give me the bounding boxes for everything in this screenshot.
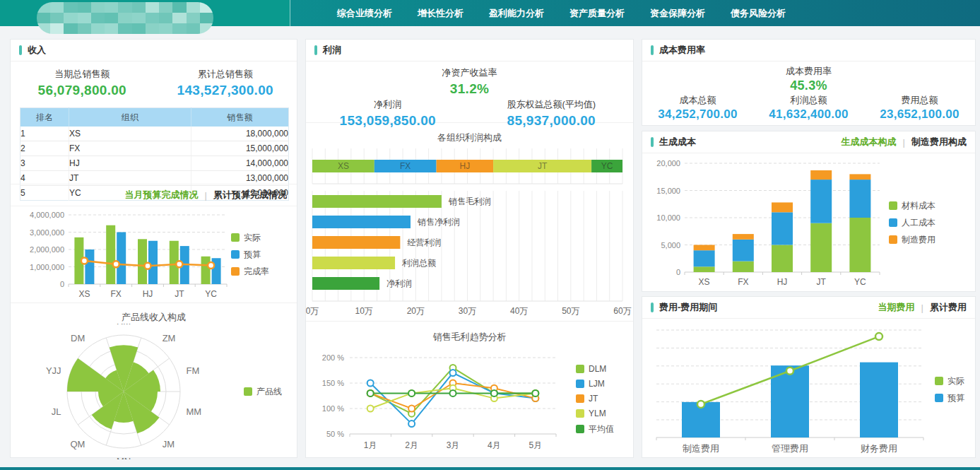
table-cell: 18,000,000 [191,127,289,141]
legend-item[interactable]: JT [576,394,614,404]
nav-item-4[interactable]: 资产质量分析 [569,7,625,20]
logo-mosaic-cell [105,23,118,34]
nav-item-1[interactable]: 综合业绩分析 [337,7,392,20]
kpi-total-profit: 利润总额 41,632,400.00 [753,94,864,122]
tab-current-expense[interactable]: 当期费用 [878,301,915,314]
svg-text:20万: 20万 [407,306,425,316]
logo-mosaic-cell [50,2,64,13]
svg-text:销售净利润: 销售净利润 [417,217,460,227]
tab-cumulative-budget[interactable]: 累计预算完成情况 [213,189,287,201]
nav-item-5[interactable]: 资金保障分析 [650,7,705,20]
legend-item[interactable]: 预算 [231,249,269,261]
revenue-kpi-table-section: 当期总销售额 56,079,800.00 累计总销售额 143,527,300.… [11,61,297,184]
legend-label: YLM [589,409,606,418]
svg-text:JL: JL [52,406,61,417]
table-cell: 1 [20,127,69,141]
tab-cumulative-expense[interactable]: 累计费用 [930,301,967,314]
svg-text:4,000,000: 4,000,000 [30,211,64,219]
svg-text:3,000,000: 3,000,000 [30,228,64,237]
svg-text:管理费用: 管理费用 [772,443,808,454]
accent-bar-icon [651,45,654,55]
svg-text:财务费用: 财务费用 [861,443,897,454]
expense-chart-legend: 实际预算 [935,375,964,404]
rose-chart-title: 产品线收入构成 [11,311,297,324]
footer-accent-bar [0,467,980,470]
legend-item[interactable]: YLM [576,409,614,418]
gross-margin-section: 销售毛利趋势分析 50 %100 %150 %200 %1月2月3月4月5月 D… [306,322,633,455]
legend-item[interactable]: 预算 [935,392,964,404]
kpi-roe-value: 31.2% [306,81,633,97]
legend-swatch-icon [576,394,584,403]
legend-swatch-icon [576,365,584,373]
navbar-menu: 综合业绩分析增长性分析盈利能力分析资产质量分析资金保障分析债务风险分析 [290,0,980,26]
logo-mosaic-cell [146,2,159,13]
legend-item[interactable]: 平均值 [576,423,614,435]
cost-rate-panel-header: 成本费用率 [642,40,975,61]
svg-text:0: 0 [676,268,680,276]
legend-label: JT [589,394,598,404]
legend-label: DLM [589,364,606,374]
svg-text:2月: 2月 [405,440,418,450]
logo-mosaic-cell [105,13,118,23]
dashboard-page: 综合业绩分析增长性分析盈利能力分析资产质量分析资金保障分析债务风险分析 收入 当… [0,0,980,470]
table-header-cell: 销售额 [191,108,289,127]
tab-separator: | [205,190,207,201]
legend-item[interactable]: 制造费用 [889,234,935,246]
kpi-total-expense-value: 23,652,100.00 [864,107,975,122]
svg-text:10,000: 10,000 [656,213,680,222]
kpi-current-sales-value: 56,079,800.00 [11,83,154,98]
legend-item[interactable]: 完成率 [231,266,269,278]
accent-bar-icon [19,45,22,55]
svg-text:ZM: ZM [163,333,176,343]
legend-item[interactable]: 产品线 [244,386,282,398]
accent-bar-icon [651,302,654,312]
nav-item-2[interactable]: 增长性分析 [418,7,464,20]
logo-mosaic-cell [132,2,146,13]
nav-item-3[interactable]: 盈利能力分析 [489,7,544,20]
table-cell: 3 [20,156,69,171]
kpi-equity-value: 85,937,000.00 [470,113,634,129]
svg-text:DM: DM [71,333,85,343]
tab-separator: | [921,302,923,313]
legend-item[interactable]: DLM [576,364,614,374]
logo-mosaic-cell [187,2,200,13]
expense-period-panel: 费用-费用期间 当期费用 | 累计费用 制造费用管理费用财务费用 实际预算 [642,296,976,458]
logo-mosaic-cell [78,2,91,13]
legend-swatch-icon [244,387,252,396]
svg-text:60万: 60万 [613,306,631,316]
tab-production-cost-mix[interactable]: 生成成本构成 [842,136,897,148]
rose-chart-legend: 产品线 [244,386,282,398]
logo-mosaic-cell [159,13,172,23]
tab-manufacturing-expense-mix[interactable]: 制造费用构成 [911,136,967,148]
logo-mosaic-cell [132,23,146,34]
svg-text:净利润: 净利润 [386,278,412,288]
logo-mosaic-cell [172,13,186,23]
tab-monthly-budget[interactable]: 当月预算完成情况 [125,189,199,201]
legend-label: 预算 [244,249,261,261]
kpi-equity: 股东权益总额(平均值) 85,937,000.00 [470,98,634,129]
profit-panel: 利润 净资产收益率 31.2% 净利润 153,059,850.00 股东权益总… [305,39,634,458]
svg-text:JM: JM [163,439,175,450]
accent-bar-icon [651,137,654,147]
kpi-total-cost-label: 成本总额 [642,94,753,107]
legend-item[interactable]: 人工成本 [889,217,935,229]
legend-swatch-icon [231,267,240,276]
svg-text:20,000: 20,000 [656,159,680,168]
legend-item[interactable]: 实际 [231,232,269,244]
legend-item[interactable]: 实际 [935,375,964,387]
legend-item[interactable]: LJM [576,379,614,389]
legend-item[interactable]: 材料成本 [889,200,935,212]
production-cost-title: 生成成本 [659,136,696,148]
svg-text:YC: YC [854,277,866,287]
svg-text:FM: FM [186,365,199,376]
org-profit-chart: XSFXHJJTYC销售毛利润销售净利润经营利润利润总额净利润0万10万20万3… [306,144,633,318]
logo-mosaic-cell [159,2,172,13]
nav-item-6[interactable]: 债务风险分析 [731,7,786,20]
svg-text:JT: JT [817,277,827,287]
svg-text:HJ: HJ [460,161,471,171]
logo-mosaic-cell [37,23,50,34]
kpi-cost-rate: 成本费用率 45.3% [642,61,975,93]
table-row: 2FX15,000,000 [20,141,289,156]
logo-mosaic-cell [64,13,77,23]
budget-chart-legend: 实际预算完成率 [231,232,269,278]
